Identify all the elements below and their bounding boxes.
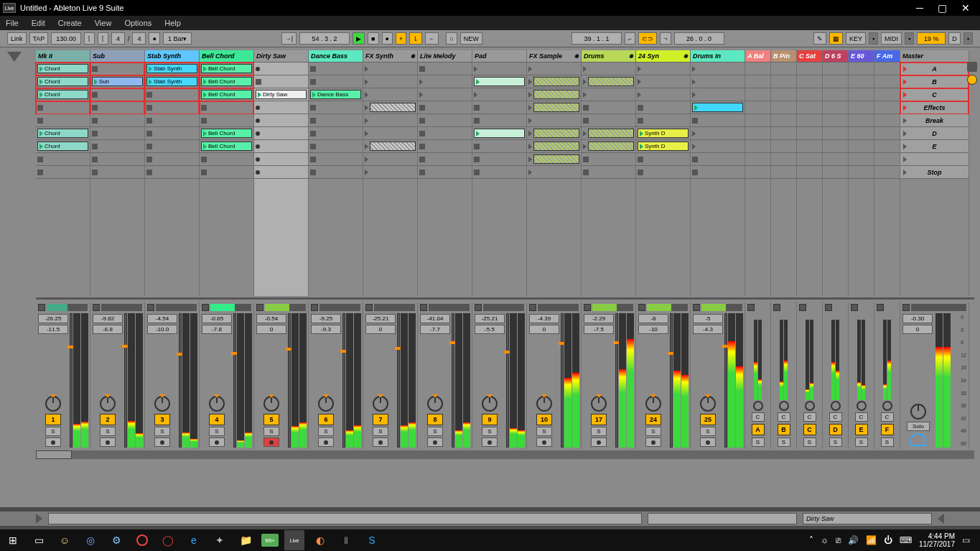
pan-knob[interactable] [373,396,388,412]
scene-launch[interactable] [900,153,969,166]
clip-name-box[interactable]: Dirty Saw [803,513,932,524]
peak-value[interactable]: -9.25 [311,314,341,323]
clip-slot[interactable] [582,140,635,153]
clip-slot[interactable] [309,140,363,153]
gain-value[interactable]: -5.5 [475,325,505,334]
close-icon[interactable]: ✕ [961,2,970,14]
tray-icon-1[interactable]: ☼ [821,535,829,545]
solo-button[interactable]: S [881,437,894,447]
clip-slot[interactable] [254,75,308,88]
return-letter-button[interactable]: A [752,424,765,435]
track-number-button[interactable]: 10 [536,414,552,425]
arm-button[interactable] [482,437,498,447]
clip-slot[interactable] [254,114,308,127]
app-icon-2[interactable]: ◎ [80,530,101,550]
clip-slot[interactable] [636,114,690,127]
automation-arm-icon[interactable]: ⤹ [409,32,422,45]
pan-knob[interactable] [45,396,61,412]
peak-value[interactable]: -4.39 [529,314,559,323]
track-activator[interactable] [773,304,780,311]
clip-slot[interactable] [363,140,417,153]
solo-button[interactable]: S [803,437,816,447]
clip-slot[interactable] [472,127,526,140]
midi-button[interactable]: MIDI [881,32,902,45]
pan-knob[interactable] [154,396,170,412]
clip-slot[interactable]: Chord [36,75,90,88]
track-activator[interactable] [693,304,700,311]
punch-out-icon[interactable]: ¬ [660,32,671,45]
loop-start[interactable]: 39 . 1 . 1 [571,32,622,45]
clip-slot[interactable] [363,127,417,140]
app-icon-3[interactable]: ⚙ [106,530,126,550]
clip-slot[interactable] [36,101,90,114]
menu-help[interactable]: Help [164,19,181,27]
clip-slot[interactable] [691,127,745,140]
clock-date[interactable]: 11/27/2017 [919,540,955,548]
live-taskbar-icon[interactable]: Live [284,530,304,550]
tray-up-icon[interactable]: ˄ [809,535,813,545]
clip-slot[interactable] [90,153,144,166]
track-number-button[interactable]: 9 [482,414,498,425]
clip-slot[interactable] [418,127,472,140]
clip-slot[interactable] [582,127,635,140]
scene-launch[interactable]: C [900,88,969,101]
clip-slot[interactable] [309,153,363,166]
firefox-icon[interactable]: ◐ [310,530,330,550]
scene-launch[interactable]: A [900,62,969,75]
clip-slot[interactable] [36,166,90,179]
clip-slot[interactable]: Chord [36,127,90,140]
clip-slot[interactable] [145,88,199,101]
clip-slot[interactable] [200,114,253,127]
track-activator[interactable] [38,304,45,311]
peak-value[interactable]: -26.25 [38,314,68,323]
gain-value[interactable]: -4.3 [693,325,723,334]
metronome-icon[interactable]: ● [149,32,159,45]
clip-slot[interactable] [145,114,199,127]
track-number-button[interactable]: 1 [45,414,61,425]
track-activator[interactable] [902,304,910,311]
peak-value[interactable]: -9.82 [93,314,123,323]
menu-edit[interactable]: Edit [32,19,45,27]
pan-knob[interactable] [209,396,225,412]
return-letter-button[interactable]: B [778,424,790,435]
return-letter-button[interactable]: E [855,424,868,435]
minimize-icon[interactable]: ─ [916,2,923,14]
track-number-button[interactable]: 3 [154,414,170,425]
clip-slot[interactable] [527,88,581,101]
clip-slot[interactable] [309,75,363,88]
return-letter-button[interactable]: C [803,424,816,435]
clip-slot[interactable] [527,153,581,166]
track-activator[interactable] [851,304,858,311]
peak-value[interactable]: -25.21 [475,314,505,323]
link-button[interactable]: Link [7,32,27,45]
return-letter-button[interactable]: F [881,424,894,435]
keyboard-icon[interactable]: ▦ [829,32,843,45]
master-solo[interactable]: Solo [907,422,930,431]
track-number-button[interactable]: 24 [645,414,661,425]
stop-button[interactable]: ■ [368,32,378,45]
track-activator[interactable] [311,304,318,311]
clip-slot[interactable] [145,140,199,153]
scene-launch[interactable]: D [900,127,969,140]
clip-slot[interactable] [90,62,144,75]
peak-value[interactable]: -8 [638,314,668,323]
track-header[interactable]: Pad [472,50,526,62]
clip-slot[interactable] [145,166,199,179]
cue-button[interactable]: C [829,412,842,422]
pan-knob[interactable] [831,401,841,411]
clip-slot[interactable] [309,114,363,127]
arm-button[interactable] [100,437,116,447]
return-header[interactable]: D 6 S [823,50,848,62]
gain-value[interactable]: -6.8 [93,325,123,334]
pan-knob[interactable] [536,396,552,412]
detail-toggle-icon[interactable] [36,514,42,524]
track-header[interactable]: FX Sample ◉ [527,50,581,62]
clip-slot[interactable] [418,140,472,153]
return-header[interactable]: E 60 [849,50,874,62]
track-number-button[interactable]: 17 [591,414,607,425]
clip-slot[interactable] [254,140,308,153]
clip-slot[interactable] [527,114,581,127]
clip-slot[interactable] [472,101,526,114]
clip-slot[interactable]: Bell Chord [200,127,253,140]
position-field[interactable]: 54 . 3 . 2 [299,32,350,45]
